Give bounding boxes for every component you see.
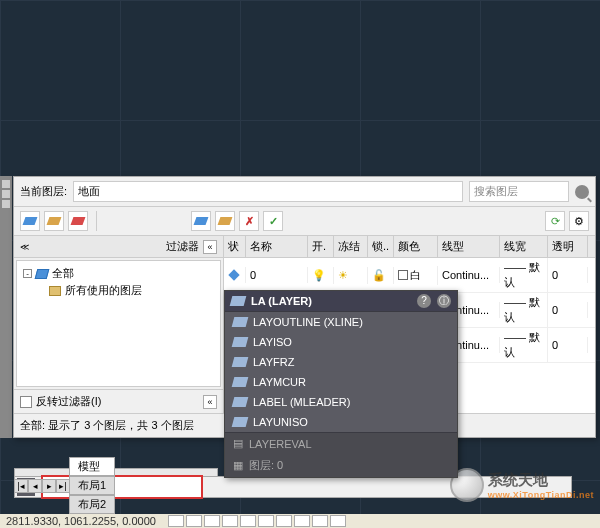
watermark: 系统天地 www.XiTongTianDi.net <box>450 468 594 502</box>
command-icon <box>232 397 249 407</box>
search-input[interactable]: 搜索图层 <box>469 181 569 202</box>
layer-status-icon <box>228 269 239 280</box>
filter-header: 过滤器 <box>166 239 199 254</box>
filter-all-icon <box>35 269 50 279</box>
autocomplete-item[interactable]: LABEL (MLEADER) <box>225 392 457 412</box>
lineweight-cell[interactable]: —— 默认 <box>500 258 548 292</box>
autocomplete-item[interactable]: LAYISO <box>225 332 457 352</box>
refresh-button[interactable]: ⟳ <box>545 211 565 231</box>
col-name[interactable]: 名称 <box>246 236 308 257</box>
lock-icon[interactable]: 🔓 <box>372 269 386 282</box>
ducs-toggle[interactable] <box>276 515 292 527</box>
layer-grid-header: 状 名称 开. 冻结 锁.. 颜色 线型 线宽 透明 <box>224 236 595 258</box>
col-color[interactable]: 颜色 <box>394 236 438 257</box>
bulb-icon[interactable]: 💡 <box>312 269 326 282</box>
osnap-toggle[interactable] <box>240 515 256 527</box>
collapse-filter-button[interactable]: « <box>203 240 217 254</box>
col-linetype[interactable]: 线型 <box>438 236 500 257</box>
watermark-title: 系统天地 <box>488 471 548 488</box>
status-bar: 2811.9330, 1061.2255, 0.0000 <box>0 514 600 528</box>
ortho-toggle[interactable] <box>204 515 220 527</box>
filter-all-label[interactable]: 全部 <box>52 266 74 281</box>
grid-toggle[interactable] <box>186 515 202 527</box>
autocomplete-item[interactable]: LAYUNISO <box>225 412 457 432</box>
col-transparency[interactable]: 透明 <box>548 236 588 257</box>
col-freeze[interactable]: 冻结 <box>334 236 368 257</box>
lwt-toggle[interactable] <box>312 515 328 527</box>
delete-layer-button[interactable]: ✗ <box>239 211 259 231</box>
current-layer-label: 当前图层: <box>20 184 67 199</box>
filter-tree[interactable]: - 全部 所有使用的图层 <box>16 260 221 387</box>
new-layer-button[interactable] <box>191 211 211 231</box>
autocomplete-popup: LA (LAYER) ? ⓘ LAYOUTLINE (XLINE)LAYISOL… <box>224 290 458 478</box>
autocomplete-item[interactable]: LAYOUTLINE (XLINE) <box>225 311 457 332</box>
col-lock[interactable]: 锁.. <box>368 236 394 257</box>
watermark-url: www.XiTongTianDi.net <box>488 490 594 500</box>
layer-manager-toolbar: ✗ ✓ ⟳ ⚙ <box>14 207 595 236</box>
coordinates-readout: 2811.9330, 1061.2255, 0.0000 <box>6 515 156 527</box>
gear-icon: ⚙ <box>574 215 584 228</box>
transparency-cell[interactable]: 0 <box>548 302 588 318</box>
transparency-cell[interactable]: 0 <box>548 337 588 353</box>
search-icon[interactable] <box>575 185 589 199</box>
polar-toggle[interactable] <box>222 515 238 527</box>
lineweight-cell[interactable]: —— 默认 <box>500 328 548 362</box>
autocomplete-item[interactable]: LAYFRZ <box>225 352 457 372</box>
command-icon <box>232 357 249 367</box>
layer-icon <box>230 296 247 306</box>
color-swatch[interactable] <box>398 270 408 280</box>
lineweight-cell[interactable]: —— 默认 <box>500 293 548 327</box>
col-status[interactable]: 状 <box>224 236 246 257</box>
col-lineweight[interactable]: 线宽 <box>500 236 548 257</box>
collapse-filter-footer-button[interactable]: « <box>203 395 217 409</box>
tab-prev-button[interactable]: ◂ <box>28 479 42 493</box>
snap-toggle[interactable] <box>168 515 184 527</box>
filter-used-label[interactable]: 所有使用的图层 <box>65 283 142 298</box>
help-icon[interactable]: ? <box>417 294 431 308</box>
settings-button[interactable]: ⚙ <box>569 211 589 231</box>
transparency-cell[interactable]: 0 <box>548 267 588 283</box>
tab-first-button[interactable]: |◂ <box>14 479 28 493</box>
layout-tab[interactable]: 模型 <box>69 457 115 476</box>
layer-states-button[interactable] <box>68 211 88 231</box>
layer-manager-header: 当前图层: 地面 搜索图层 <box>14 177 595 207</box>
autocomplete-item[interactable]: LAYMCUR <box>225 372 457 392</box>
otrack-toggle[interactable] <box>258 515 274 527</box>
palette-collapse-bar[interactable] <box>0 176 12 438</box>
autocomplete-selected[interactable]: LA (LAYER) <box>251 295 411 307</box>
set-current-button[interactable]: ✓ <box>263 211 283 231</box>
command-icon <box>232 417 249 427</box>
filter-tree-panel: ≪ 过滤器 « - 全部 所有使用的图层 反转过滤器(I) « <box>14 236 224 413</box>
sysvar-icon: ▤ <box>233 437 243 450</box>
sun-icon[interactable]: ☀ <box>338 269 348 282</box>
col-on[interactable]: 开. <box>308 236 334 257</box>
close-icon[interactable]: ⓘ <box>437 294 451 308</box>
command-icon <box>232 377 249 387</box>
tab-last-button[interactable]: ▸| <box>56 479 70 493</box>
autocomplete-sysvar[interactable]: ▤ LAYEREVAL <box>225 432 457 454</box>
new-filter-button[interactable] <box>20 211 40 231</box>
invert-filter-checkbox[interactable] <box>20 396 32 408</box>
tree-expand-icon[interactable]: - <box>23 269 32 278</box>
linetype-cell[interactable]: Continu... <box>438 267 500 283</box>
current-layer-field[interactable]: 地面 <box>73 181 463 202</box>
invert-filter-label: 反转过滤器(I) <box>36 394 101 409</box>
dyn-toggle[interactable] <box>294 515 310 527</box>
layout-tab-bar: |◂ ◂ ▸ ▸| 模型布局1布局2 <box>14 457 115 514</box>
layer-info-icon: ▦ <box>233 459 243 472</box>
layer-name-cell[interactable]: 0 <box>246 267 308 283</box>
layout-tab[interactable]: 布局2 <box>69 495 115 514</box>
filter-used-icon <box>49 286 61 296</box>
new-layer-freeze-button[interactable] <box>215 211 235 231</box>
status-toggles <box>168 515 346 527</box>
layout-tab[interactable]: 布局1 <box>69 476 115 495</box>
qp-toggle[interactable] <box>330 515 346 527</box>
command-icon <box>232 337 249 347</box>
new-group-filter-button[interactable] <box>44 211 64 231</box>
command-icon <box>232 317 249 327</box>
tab-next-button[interactable]: ▸ <box>42 479 56 493</box>
autocomplete-layer-info: ▦ 图层: 0 <box>225 454 457 477</box>
layer-row[interactable]: 0💡☀🔓 白Continu...—— 默认0 <box>224 258 595 293</box>
